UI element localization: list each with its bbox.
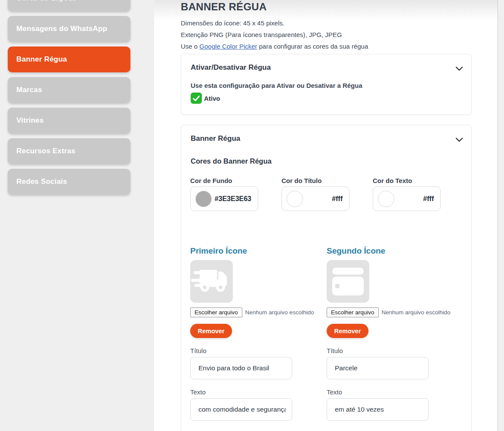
- color-field-titulo: Cor do Título #fff: [281, 177, 349, 211]
- sidebar-item-cores-do-layout[interactable]: Cores do Layout: [8, 0, 130, 11]
- color-hex-value: #fff: [332, 187, 343, 211]
- color-hex-value: #fff: [423, 187, 434, 211]
- icon-preview: [327, 260, 369, 303]
- color-picker-hint: Use o Google Color Picker para configura…: [181, 43, 368, 50]
- segundo-titulo-input[interactable]: [327, 357, 429, 379]
- sidebar-item-label: Mensagens do WhatsApp: [16, 25, 107, 33]
- titulo-label: Título: [327, 347, 458, 355]
- color-field-texto: Cor do Texto #fff: [373, 177, 441, 211]
- color-field-label: Cor de Fundo: [190, 177, 258, 184]
- remover-button[interactable]: Remover: [190, 324, 232, 338]
- icon-preview: [190, 260, 233, 303]
- sidebar-item-label: Cores do Layout: [16, 0, 75, 3]
- primeiro-icone-section: Primeiro Ícone: [190, 246, 322, 430]
- banner-card-title: Banner Régua: [191, 134, 240, 143]
- sidebar: Cores do Layout Mensagens do WhatsApp Ba…: [0, 0, 154, 431]
- color-field-label: Cor do Título: [281, 177, 349, 184]
- sidebar-item-redes-sociais[interactable]: Redes Sociais: [8, 169, 130, 195]
- google-color-picker-link[interactable]: Google Color Picker: [199, 43, 257, 50]
- banner-regua-card: Banner Régua Cores do Banner Régua Cor d…: [181, 125, 472, 431]
- ativo-checkbox-row: Ativo: [191, 93, 220, 104]
- page-title: BANNER RÉGUA: [181, 1, 267, 13]
- colors-section-heading: Cores do Banner Régua: [191, 157, 272, 165]
- sidebar-item-label: Marcas: [16, 86, 42, 94]
- color-picker-input[interactable]: #3E3E3E63: [190, 186, 258, 211]
- sidebar-item-vitrines[interactable]: Vitrines: [8, 108, 130, 133]
- sidebar-item-mensagens-whatsapp[interactable]: Mensagens do WhatsApp: [8, 16, 130, 42]
- remover-button[interactable]: Remover: [327, 324, 368, 338]
- file-extensions-text: Extenção PNG (Para ícones transparentes)…: [181, 31, 342, 38]
- choose-file-button[interactable]: Escolher arquivo: [190, 307, 242, 317]
- sidebar-item-label: Recursos Extras: [16, 147, 75, 155]
- sidebar-item-label: Redes Sociais: [16, 177, 67, 186]
- delivery-truck-icon: [190, 260, 233, 303]
- file-upload-control: Escolher arquivo Nenhum arquivo escolhid…: [327, 307, 458, 317]
- color-picker-input[interactable]: #fff: [373, 186, 441, 211]
- segundo-icone-heading: Segundo Ícone: [327, 246, 458, 256]
- sidebar-item-banner-regua[interactable]: Banner Régua: [8, 47, 130, 72]
- color-swatch[interactable]: [287, 191, 303, 207]
- file-status-text: Nenhum arquivo escolhido: [245, 309, 314, 316]
- file-status-text: Nenhum arquivo escolhido: [382, 309, 451, 316]
- vertical-scrollbar[interactable]: [498, 0, 504, 431]
- color-swatch[interactable]: [378, 191, 394, 207]
- check-icon: [193, 96, 200, 101]
- file-upload-control: Escolher arquivo Nenhum arquivo escolhid…: [190, 307, 322, 317]
- activation-card: Ativar/Desativar Régua Use esta configur…: [181, 54, 472, 115]
- sidebar-item-label: Vitrines: [16, 116, 44, 125]
- sidebar-item-label: Banner Régua: [16, 55, 67, 64]
- chevron-down-icon[interactable]: [456, 65, 463, 72]
- color-field-label: Cor do Texto: [373, 177, 441, 184]
- card-machine-icon: [327, 260, 369, 303]
- activation-description: Use esta configuração para Ativar ou Des…: [191, 82, 362, 89]
- color-hex-value: #3E3E3E63: [215, 187, 251, 211]
- main-content: BANNER RÉGUA Dimensões do ícone: 45 x 45…: [154, 0, 498, 431]
- color-swatch[interactable]: [195, 191, 212, 207]
- choose-file-button[interactable]: Escolher arquivo: [327, 307, 379, 317]
- color-picker-input[interactable]: #fff: [281, 186, 349, 211]
- texto-label: Texto: [190, 388, 322, 396]
- hint-suffix: para configurar as cores da sua régua: [257, 43, 368, 50]
- primeiro-titulo-input[interactable]: [190, 357, 292, 379]
- ativo-checkbox[interactable]: [191, 93, 202, 104]
- color-field-fundo: Cor de Fundo #3E3E3E63: [190, 177, 258, 211]
- titulo-label: Título: [190, 347, 322, 355]
- primeiro-texto-input[interactable]: [190, 398, 292, 421]
- texto-label: Texto: [327, 388, 458, 396]
- chevron-down-icon[interactable]: [456, 136, 463, 143]
- segundo-texto-input[interactable]: [327, 398, 429, 421]
- activation-card-title: Ativar/Desativar Régua: [191, 63, 271, 72]
- ativo-checkbox-label: Ativo: [204, 95, 220, 102]
- icon-dimensions-text: Dimensões do ícone: 45 x 45 pixels.: [181, 19, 284, 27]
- sidebar-item-recursos-extras[interactable]: Recursos Extras: [8, 138, 130, 164]
- banner-regua-settings-page: Cores do Layout Mensagens do WhatsApp Ba…: [0, 0, 504, 431]
- segundo-icone-section: Segundo Ícone Escolher arquivo Nenhum ar…: [327, 246, 458, 430]
- hint-prefix: Use o: [181, 43, 199, 50]
- primeiro-icone-heading: Primeiro Ícone: [190, 246, 322, 256]
- sidebar-item-marcas[interactable]: Marcas: [8, 77, 130, 103]
